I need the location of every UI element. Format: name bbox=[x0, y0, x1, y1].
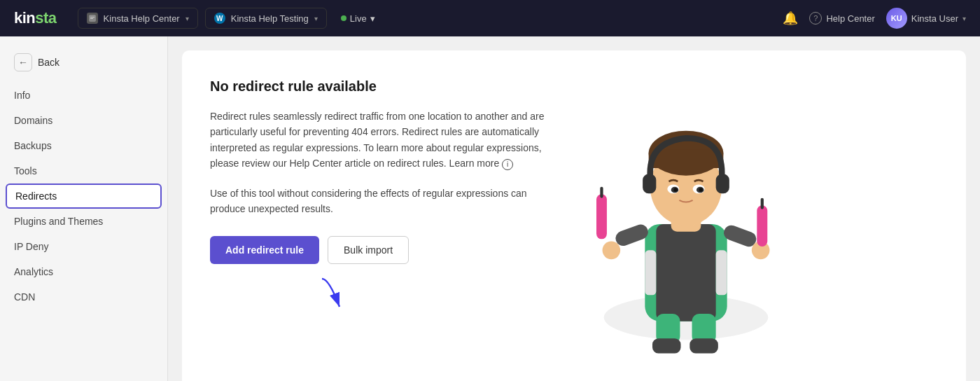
site2-label: Kinsta Help Testing bbox=[231, 13, 309, 24]
sidebar-item-redirects[interactable]: Redirects bbox=[6, 183, 162, 209]
description-1: Redirect rules seamlessly redirect traff… bbox=[210, 109, 546, 172]
notification-bell-icon[interactable]: 🔔 bbox=[783, 11, 798, 26]
user-chevron-icon: ▾ bbox=[962, 15, 966, 22]
svg-point-26 bbox=[699, 188, 703, 191]
content-left: No redirect rule available Redirect rule… bbox=[210, 78, 546, 362]
sidebar-item-analytics[interactable]: Analytics bbox=[0, 259, 167, 284]
sidebar: ← Back Info Domains Backups Tools Redire… bbox=[0, 36, 168, 381]
add-redirect-rule-button[interactable]: Add redirect rule bbox=[210, 236, 319, 264]
avatar-initials: KU bbox=[891, 14, 902, 22]
svg-rect-28 bbox=[716, 174, 729, 194]
user-menu[interactable]: KU Kinsta User ▾ bbox=[886, 8, 966, 29]
back-button[interactable]: ← Back bbox=[0, 48, 167, 83]
svg-rect-11 bbox=[722, 223, 758, 249]
bulk-import-button[interactable]: Bulk import bbox=[328, 236, 409, 264]
svg-rect-6 bbox=[656, 224, 715, 321]
main-layout: ← Back Info Domains Backups Tools Redire… bbox=[0, 36, 980, 381]
svg-rect-13 bbox=[596, 194, 607, 239]
help-center-link[interactable]: ? Help Center bbox=[809, 12, 874, 25]
warning-text: Use of this tool without considering the… bbox=[210, 186, 546, 217]
svg-rect-16 bbox=[761, 198, 764, 209]
top-navigation: kinsta Kinsta Help Center ▾ W Kinsta Hel… bbox=[0, 0, 980, 36]
site1-chevron-icon: ▾ bbox=[186, 15, 189, 22]
svg-rect-9 bbox=[613, 223, 650, 248]
live-chevron-icon: ▾ bbox=[370, 13, 375, 24]
svg-rect-8 bbox=[716, 250, 727, 295]
nav-right: 🔔 ? Help Center KU Kinsta User ▾ bbox=[783, 8, 966, 29]
live-status[interactable]: Live ▾ bbox=[334, 9, 382, 28]
site2-chevron-icon: ▾ bbox=[314, 15, 318, 22]
sidebar-item-domains[interactable]: Domains bbox=[0, 108, 167, 133]
svg-rect-31 bbox=[652, 338, 681, 353]
svg-rect-27 bbox=[643, 174, 656, 194]
site2-selector[interactable]: W Kinsta Help Testing ▾ bbox=[205, 8, 327, 29]
wordpress-icon: W bbox=[214, 13, 225, 24]
redirect-illustration bbox=[574, 78, 798, 362]
logo-text: kinsta bbox=[14, 9, 57, 27]
svg-rect-32 bbox=[690, 338, 718, 353]
svg-rect-1 bbox=[90, 17, 94, 18]
sidebar-item-ip-deny[interactable]: IP Deny bbox=[0, 234, 167, 259]
back-label: Back bbox=[38, 57, 59, 68]
sidebar-item-cdn[interactable]: CDN bbox=[0, 284, 167, 310]
svg-rect-14 bbox=[600, 187, 603, 198]
site1-selector[interactable]: Kinsta Help Center ▾ bbox=[78, 8, 198, 29]
logo: kinsta bbox=[14, 9, 57, 27]
user-name: Kinsta User bbox=[911, 13, 958, 24]
main-content: No redirect rule available Redirect rule… bbox=[168, 36, 980, 381]
sidebar-item-info[interactable]: Info bbox=[0, 83, 167, 108]
help-circle-icon: ? bbox=[809, 12, 822, 25]
sidebar-nav: Info Domains Backups Tools Redirects Plu… bbox=[0, 83, 167, 310]
page-title: No redirect rule available bbox=[210, 78, 546, 95]
arrow-annotation bbox=[315, 275, 371, 320]
svg-point-25 bbox=[673, 188, 677, 191]
learn-more-link[interactable]: Learn more i bbox=[449, 158, 513, 169]
svg-rect-15 bbox=[757, 205, 767, 247]
sidebar-item-backups[interactable]: Backups bbox=[0, 133, 167, 158]
action-buttons: Add redirect rule Bulk import bbox=[210, 236, 546, 264]
site1-icon bbox=[87, 13, 98, 24]
svg-point-10 bbox=[603, 242, 621, 260]
svg-rect-7 bbox=[645, 250, 656, 295]
svg-rect-2 bbox=[90, 18, 93, 19]
help-label: Help Center bbox=[826, 13, 874, 24]
back-arrow-icon: ← bbox=[14, 53, 32, 71]
sidebar-item-tools[interactable]: Tools bbox=[0, 158, 167, 183]
live-dot-icon bbox=[341, 15, 346, 21]
sidebar-item-plugins-themes[interactable]: Plugins and Themes bbox=[0, 209, 167, 234]
live-label: Live bbox=[350, 13, 367, 24]
info-circle-icon: i bbox=[502, 159, 513, 170]
site1-label: Kinsta Help Center bbox=[104, 13, 180, 24]
content-card: No redirect rule available Redirect rule… bbox=[182, 50, 966, 381]
avatar: KU bbox=[886, 8, 907, 29]
content-right bbox=[574, 78, 798, 362]
